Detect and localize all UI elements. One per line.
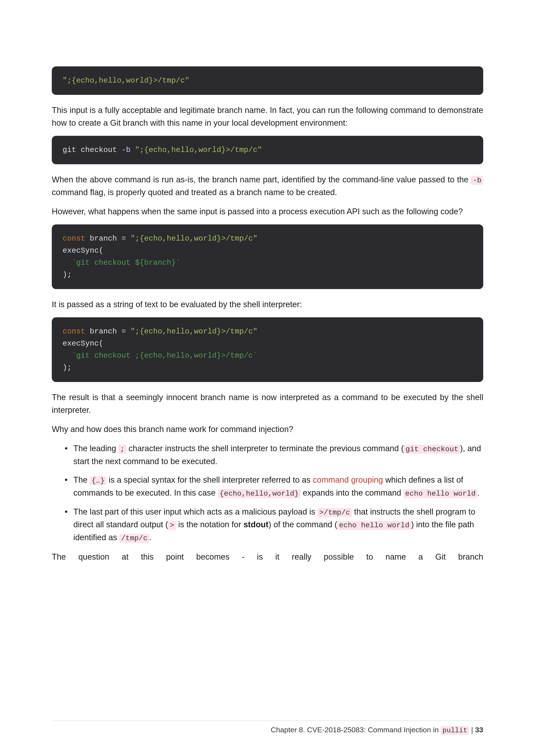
code-interp: ${branch} xyxy=(135,258,176,267)
code-keyword: const xyxy=(63,327,85,336)
code-template: ` xyxy=(176,258,180,267)
page-content: ";{echo,hello,world}>/tmp/c" This input … xyxy=(0,0,535,756)
code-template: `git checkout ;{echo,hello,world}>/tmp/c… xyxy=(63,351,257,360)
text: The last part of this user input which a… xyxy=(73,507,318,516)
inline-code: >/tmp/c xyxy=(318,508,352,517)
code-string: ";{echo,hello,world}>/tmp/c" xyxy=(130,234,257,243)
code-var: branch = xyxy=(85,327,130,336)
inline-code: {…} xyxy=(90,476,106,485)
code-block-4: const branch = ";{echo,hello,world}>/tmp… xyxy=(52,317,483,382)
page-footer: Chapter 8. CVE-2018-25083: Command Injec… xyxy=(52,720,483,735)
inline-code: echo hello world xyxy=(337,521,411,530)
code-text: git checkout xyxy=(63,146,122,154)
text: . xyxy=(477,488,480,497)
text: is the notation for xyxy=(176,520,243,529)
footer-sep: | xyxy=(469,726,475,734)
text: ) of the command ( xyxy=(268,520,337,529)
code-string: ";{echo,hello,world}>/tmp/c" xyxy=(130,327,257,336)
paragraph-3: However, what happens when the same inpu… xyxy=(52,205,483,218)
code-keyword: const xyxy=(63,234,85,243)
code-text: execSync( xyxy=(63,339,103,348)
code-flag: -b xyxy=(122,146,130,154)
paragraph-4: It is passed as a string of text to be e… xyxy=(52,298,483,311)
text: command flag, is properly quoted and tre… xyxy=(52,188,337,197)
code-block-3: const branch = ";{echo,hello,world}>/tmp… xyxy=(52,225,483,289)
code-text: execSync( xyxy=(63,246,103,255)
inline-code: -b xyxy=(471,176,483,185)
paragraph-1: This input is a fully acceptable and leg… xyxy=(52,104,483,129)
code-string: ";{echo,hello,world}>/tmp/c" xyxy=(130,146,262,154)
link-command-grouping[interactable]: command grouping xyxy=(313,475,383,484)
text: The leading xyxy=(73,444,119,453)
code-block-1: ";{echo,hello,world}>/tmp/c" xyxy=(52,67,483,95)
inline-code: {echo,hello,world} xyxy=(218,489,300,498)
bold-text: stdout xyxy=(243,520,268,529)
text: . xyxy=(149,533,152,542)
paragraph-5: The result is that a seemingly innocent … xyxy=(52,391,483,417)
inline-code: ; xyxy=(119,445,126,454)
text: character instructs the shell interprete… xyxy=(127,444,404,453)
code-template: `git checkout xyxy=(63,258,135,267)
code-text: ";{echo,hello,world}>/tmp/c" xyxy=(63,76,189,85)
bullet-list: The leading ; character instructs the sh… xyxy=(65,442,483,544)
inline-code: /tmp/c xyxy=(119,534,149,543)
text: is a special syntax for the shell interp… xyxy=(106,475,313,484)
paragraph-2: When the above command is run as-is, the… xyxy=(52,173,483,199)
inline-code: > xyxy=(168,521,176,530)
page-number: 33 xyxy=(475,726,483,734)
code-block-2: git checkout -b ";{echo,hello,world}>/tm… xyxy=(52,136,483,164)
text: When the above command is run as-is, the… xyxy=(52,175,471,184)
inline-code: pullit xyxy=(441,726,469,735)
text: The xyxy=(73,475,90,484)
footer-chapter: Chapter 8. CVE-2018-25083: Command Injec… xyxy=(271,726,441,734)
paragraph-6: Why and how does this branch name work f… xyxy=(52,423,483,436)
text: expands into the command xyxy=(300,488,404,497)
list-item: The leading ; character instructs the sh… xyxy=(65,442,483,468)
code-text: ); xyxy=(63,364,71,372)
list-item: The last part of this user input which a… xyxy=(65,505,483,544)
inline-code: git checkout xyxy=(404,445,460,454)
code-text: ); xyxy=(63,271,71,279)
list-item: The {…} is a special syntax for the shel… xyxy=(65,473,483,499)
code-var: branch = xyxy=(85,234,130,243)
paragraph-7: The question at this point becomes - is … xyxy=(52,551,483,563)
inline-code: echo hello world xyxy=(404,489,477,498)
